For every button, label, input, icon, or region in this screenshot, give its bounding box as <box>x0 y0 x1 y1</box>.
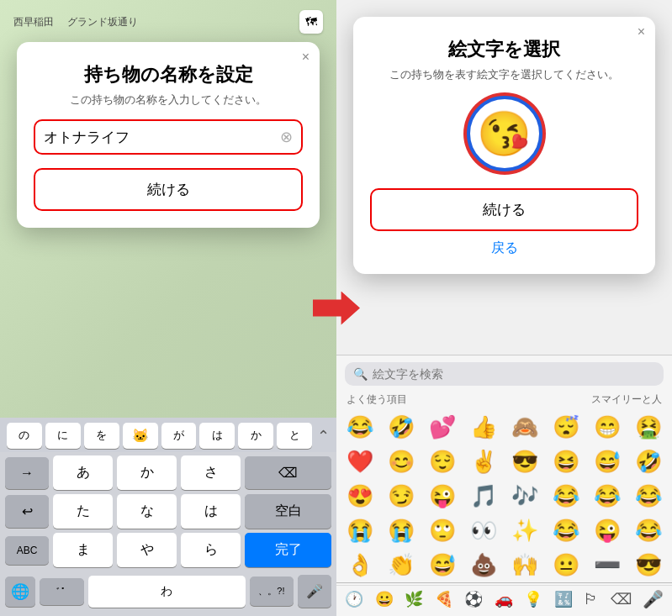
key-か[interactable]: か <box>117 455 177 490</box>
dialog1-subtitle: この持ち物の名称を入力してください。 <box>34 92 303 108</box>
emoji-cell[interactable]: ❤️ <box>340 445 381 479</box>
emoji-cell[interactable]: 👀 <box>463 513 505 548</box>
emoji-cell[interactable]: 😭 <box>381 513 422 548</box>
map-label-2: グランド坂通り <box>67 15 138 29</box>
emoji-cell[interactable]: 😂 <box>627 479 669 513</box>
candidate-の[interactable]: の <box>7 423 42 449</box>
emoji-cell[interactable]: 👍 <box>463 410 505 445</box>
emoji-cell[interactable]: 🙌 <box>505 548 546 582</box>
emoji-cell[interactable]: 😌 <box>422 445 463 479</box>
emoji-cell[interactable]: ✌️ <box>463 445 505 479</box>
toolbar-divider <box>336 582 672 583</box>
key-backspace[interactable]: ⌫ <box>245 456 331 489</box>
toolbar-travel-icon[interactable]: 🚗 <box>495 590 513 608</box>
key-left-arrow[interactable]: → <box>5 457 49 489</box>
emoji-cell[interactable]: 😜 <box>422 479 463 513</box>
candidate-か[interactable]: か <box>238 423 273 449</box>
candidate-と[interactable]: と <box>277 423 312 449</box>
emoji-cell[interactable]: 😍 <box>340 479 381 513</box>
toolbar-food-icon[interactable]: 🍕 <box>435 590 453 608</box>
toolbar-flags-icon[interactable]: 🏳 <box>584 591 599 608</box>
key-ら[interactable]: ら <box>181 533 241 567</box>
emoji-cell[interactable]: 😂 <box>627 513 669 548</box>
emoji-cell[interactable]: 🙈 <box>505 410 546 445</box>
toolbar-symbols-icon[interactable]: 🔣 <box>554 590 573 608</box>
emoji-cell[interactable]: 👏 <box>381 548 422 582</box>
key-ま[interactable]: ま <box>53 533 113 567</box>
selected-emoji-circle[interactable]: 😘 <box>467 96 542 171</box>
emoji-cell[interactable]: ✨ <box>505 513 546 548</box>
emoji-cell[interactable]: 😐 <box>545 548 586 582</box>
candidate-が[interactable]: が <box>161 423 197 449</box>
emoji-cell[interactable]: 😂 <box>340 410 381 445</box>
emoji-cell[interactable]: 😴 <box>545 410 586 445</box>
key-さ[interactable]: さ <box>181 455 241 490</box>
key-undo[interactable]: ↩ <box>5 495 49 528</box>
key-globe[interactable]: 🌐 <box>5 577 35 607</box>
key-space[interactable]: 空白 <box>245 494 331 529</box>
category-label-recent: よく使う項目 <box>347 392 407 407</box>
key-た[interactable]: た <box>53 494 113 529</box>
back-link[interactable]: 戻る <box>370 240 638 257</box>
key-done[interactable]: 完了 <box>245 533 331 567</box>
toolbar-backspace-icon[interactable]: ⌫ <box>611 590 632 608</box>
key-mic[interactable]: 🎤 <box>298 575 331 608</box>
emoji-cell[interactable]: 😅 <box>422 548 463 582</box>
candidate-emoji[interactable]: 🐱 <box>123 423 158 449</box>
candidates-chevron-icon[interactable]: ⌃ <box>317 427 330 445</box>
toolbar-activity-icon[interactable]: ⚽ <box>464 590 483 608</box>
toolbar-mic-icon[interactable]: 🎤 <box>643 589 664 609</box>
name-input[interactable] <box>44 129 275 145</box>
emoji-cell[interactable]: ➖ <box>586 548 627 582</box>
candidate-に[interactable]: に <box>45 423 81 449</box>
keyboard-bottom-row: 🌐 ﾞﾟ わ 、。?! 🎤 <box>0 575 336 613</box>
left-panel: 西早稲田 グランド坂通り 🗺 × 持ち物の名称を設定 この持ち物の名称を入力して… <box>0 0 336 616</box>
emoji-cell[interactable]: 👌 <box>340 548 381 582</box>
key-な[interactable]: な <box>117 494 177 529</box>
emoji-cell[interactable]: 😭 <box>340 513 381 548</box>
continue-button-1[interactable]: 続ける <box>34 168 303 211</box>
emoji-cell[interactable]: 😏 <box>381 479 422 513</box>
key-や[interactable]: や <box>117 533 177 567</box>
input-clear-icon[interactable]: ⊗ <box>280 128 293 146</box>
emoji-cell[interactable]: 😂 <box>545 513 586 548</box>
key-punct[interactable]: 、。?! <box>250 577 294 606</box>
key-dakuten[interactable]: ﾞﾟ <box>40 578 84 605</box>
key-abc[interactable]: ABC <box>5 536 49 565</box>
dialog2-title: 絵文字を選択 <box>370 37 638 62</box>
emoji-cell[interactable]: 😊 <box>381 445 422 479</box>
key-あ[interactable]: あ <box>53 455 113 490</box>
japanese-keyboard: の に を 🐱 が は か と ⌃ → あ か さ ⌫ ↩ <box>0 418 336 616</box>
emoji-cell[interactable]: 🎵 <box>463 479 505 513</box>
emoji-cell[interactable]: 🙄 <box>422 513 463 548</box>
candidate-は[interactable]: は <box>199 423 235 449</box>
emoji-cell[interactable]: 🤮 <box>627 410 669 445</box>
emoji-cell[interactable]: 😎 <box>505 445 546 479</box>
dialog1-close-button[interactable]: × <box>302 50 310 64</box>
map-icon[interactable]: 🗺 <box>299 10 323 34</box>
emoji-grid: 😂 🤣 💕 👍 🙈 😴 😁 🤮 ❤️ 😊 😌 ✌️ 😎 😆 😅 🤣 😍 😏 😜 … <box>336 410 672 582</box>
toolbar-objects-icon[interactable]: 💡 <box>524 590 542 608</box>
toolbar-clock-icon[interactable]: 🕐 <box>345 590 363 608</box>
dialog2-close-button[interactable]: × <box>638 25 645 39</box>
emoji-cell[interactable]: 😁 <box>586 410 627 445</box>
key-wa[interactable]: わ <box>88 576 246 608</box>
emoji-cell[interactable]: 😆 <box>545 445 586 479</box>
key-は[interactable]: は <box>181 494 241 529</box>
emoji-cell[interactable]: 😅 <box>586 445 627 479</box>
emoji-cell[interactable]: 🤣 <box>381 410 422 445</box>
keyboard-candidates: の に を 🐱 が は か と <box>7 423 312 449</box>
emoji-search-input[interactable] <box>373 367 655 381</box>
emoji-cell[interactable]: 😂 <box>586 479 627 513</box>
emoji-cell[interactable]: 😂 <box>545 479 586 513</box>
toolbar-smile-icon[interactable]: 😀 <box>375 590 394 608</box>
candidate-を[interactable]: を <box>84 423 119 449</box>
toolbar-nature-icon[interactable]: 🌿 <box>405 590 423 608</box>
emoji-cell[interactable]: 😎 <box>627 548 669 582</box>
emoji-cell[interactable]: 💕 <box>422 410 463 445</box>
emoji-cell[interactable]: 🤣 <box>627 445 669 479</box>
continue-button-2[interactable]: 続ける <box>370 188 638 231</box>
emoji-cell[interactable]: 😜 <box>586 513 627 548</box>
emoji-cell[interactable]: 🎶 <box>505 479 546 513</box>
emoji-cell[interactable]: 💩 <box>463 548 505 582</box>
